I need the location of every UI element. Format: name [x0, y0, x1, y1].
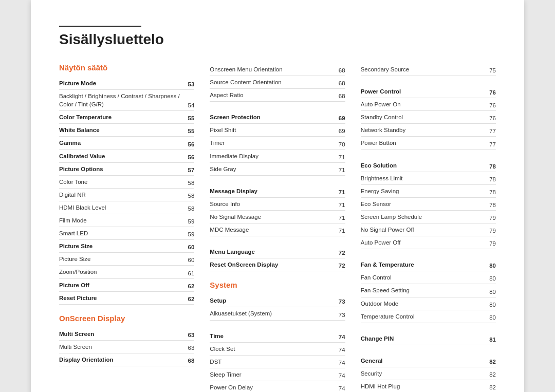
col3-general: General82Security82HDMI Hot Plug82 — [361, 354, 496, 392]
toc-label: Picture Size — [59, 242, 184, 250]
toc-label: Gamma — [59, 139, 184, 147]
toc-label: HDMI Black Level — [59, 203, 184, 212]
toc-num: 81 — [489, 337, 496, 343]
toc-row: General82 — [361, 354, 496, 367]
toc-label: Brightness Limit — [361, 174, 486, 182]
toc-num: 58 — [188, 193, 195, 199]
toc-label: Eco Sensor — [361, 200, 486, 208]
onscreen-table: Multi Screen63Multi Screen63Display Orie… — [59, 328, 194, 366]
toc-label: Color Tone — [59, 178, 184, 186]
toc-row: Standby Control76 — [361, 111, 496, 124]
toc-label: Fan & Temperature — [361, 260, 486, 269]
toc-label: Power Button — [361, 139, 486, 147]
toc-row: Alkuasetukset (System)73 — [210, 307, 345, 320]
toc-label: Alkuasetukset (System) — [210, 309, 335, 318]
toc-label: General — [361, 357, 486, 365]
toc-num: 59 — [188, 231, 195, 237]
toc-row: Brightness Limit78 — [361, 172, 496, 185]
toc-num: 54 — [188, 102, 195, 108]
toc-row: Security82 — [361, 367, 496, 380]
toc-row: Time74 — [210, 330, 345, 343]
toc-num: 69 — [339, 115, 345, 121]
toc-label: Auto Power Off — [361, 238, 486, 247]
toc-row: Reset OnScreen Display72 — [210, 258, 345, 271]
toc-label: Network Standby — [361, 126, 486, 134]
toc-row: Energy Saving78 — [361, 185, 496, 198]
toc-num: 63 — [188, 332, 195, 338]
toc-row: Sleep Timer74 — [210, 368, 345, 381]
section-system-title: System — [210, 281, 345, 289]
toc-label: Security — [361, 369, 486, 378]
toc-num: 70 — [339, 141, 345, 147]
toc-row: HDMI Hot Plug82 — [361, 380, 496, 392]
toc-row: Backlight / Brightness / Contrast / Shar… — [59, 90, 194, 111]
toc-num: 76 — [489, 102, 496, 108]
toc-row: Display Orientation68 — [59, 353, 194, 366]
toc-num: 56 — [188, 154, 195, 160]
toc-row: Fan & Temperature80 — [361, 258, 496, 271]
toc-row: Network Standby77 — [361, 124, 496, 137]
toc-label: Menu Language — [210, 248, 335, 256]
toc-num: 61 — [188, 270, 195, 276]
section-onscreen-title: OnScreen Display — [59, 314, 194, 323]
toc-num: 78 — [489, 189, 496, 195]
toc-row: Power On Delay74 — [210, 381, 345, 392]
toc-num: 82 — [489, 359, 496, 365]
toc-label: Auto Power On — [361, 100, 486, 108]
toc-num: 56 — [188, 141, 195, 147]
toc-num: 55 — [188, 115, 195, 121]
toc-num: 71 — [339, 167, 345, 173]
toc-label: Picture Options — [59, 165, 184, 173]
toc-num: 69 — [339, 128, 345, 134]
toc-row: HDMI Black Level58 — [59, 201, 194, 214]
col2-system: Setup73Alkuasetukset (System)73 — [210, 294, 345, 320]
toc-num: 63 — [188, 345, 195, 351]
toc-label: Fan Control — [361, 273, 486, 282]
toc-num: 68 — [188, 358, 195, 364]
toc-num: 71 — [339, 228, 345, 234]
toc-num: 82 — [489, 384, 496, 390]
toc-row: Outdoor Mode80 — [361, 297, 496, 310]
toc-row: Power Control76 — [361, 85, 496, 98]
toc-num: 82 — [489, 371, 496, 378]
toc-label: No Signal Power Off — [361, 226, 486, 234]
toc-label: Change PIN — [361, 334, 486, 343]
toc-row: Auto Power Off79 — [361, 236, 496, 249]
toc-row: Screen Lamp Schedule79 — [361, 211, 496, 223]
page-title: Sisällysluettelo — [59, 31, 496, 48]
toc-num: 78 — [489, 176, 496, 182]
toc-row: Eco Sensor78 — [361, 198, 496, 211]
col1: Näytön säätö Picture Mode53Backlight / B… — [59, 63, 210, 392]
toc-row: Temperature Control80 — [361, 310, 496, 323]
toc-row: Color Temperature55 — [59, 111, 194, 124]
toc-label: Screen Lamp Schedule — [361, 213, 486, 221]
toc-num: 60 — [188, 257, 195, 263]
col3-top: Secondary Source75 — [361, 63, 496, 76]
toc-row: Screen Protection69 — [210, 111, 345, 124]
toc-label: Immediate Display — [210, 152, 335, 160]
toc-row: Side Gray71 — [210, 163, 345, 176]
toc-num: 62 — [188, 283, 195, 289]
col3-power: Power Control76Auto Power On76Standby Co… — [361, 85, 496, 150]
toc-row: White Balance55 — [59, 124, 194, 137]
toc-row: Digital NR58 — [59, 189, 194, 201]
toc-label: Eco Solution — [361, 161, 486, 170]
section-nayton-title: Näytön säätö — [59, 63, 194, 72]
toc-num: 80 — [489, 289, 496, 295]
col2-message: Message Display71Source Info71No Signal … — [210, 185, 345, 236]
page: Sisällysluettelo Näytön säätö Picture Mo… — [31, 0, 524, 392]
toc-num: 55 — [188, 128, 195, 134]
col3-fan: Fan & Temperature80Fan Control80Fan Spee… — [361, 258, 496, 323]
toc-row: No Signal Power Off79 — [361, 223, 496, 236]
toc-label: Picture Size — [59, 255, 184, 263]
toc-num: 79 — [489, 240, 496, 247]
toc-row: Film Mode59 — [59, 214, 194, 227]
toc-num: 71 — [339, 202, 345, 208]
toc-row: No Signal Message71 — [210, 211, 345, 223]
toc-row: Pixel Shift69 — [210, 124, 345, 137]
toc-row: Setup73 — [210, 294, 345, 307]
toc-row: Picture Size60 — [59, 253, 194, 266]
col2-time: Time74Clock Set74DST74Sleep Timer74Power… — [210, 330, 345, 393]
toc-label: No Signal Message — [210, 213, 335, 221]
title-bar — [59, 26, 141, 27]
